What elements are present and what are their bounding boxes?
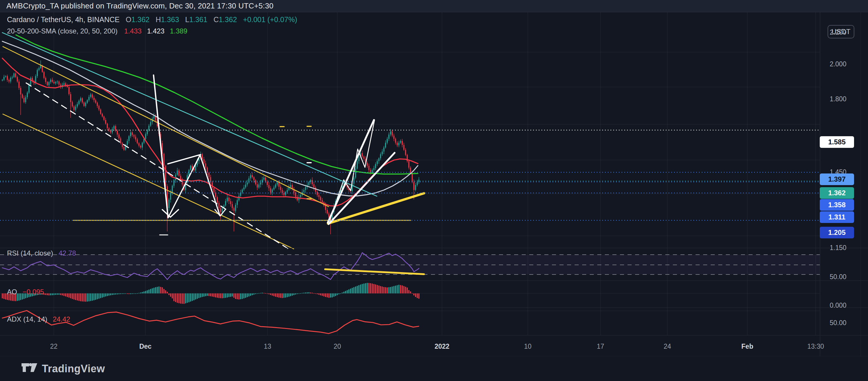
tradingview-logo-icon[interactable] bbox=[21, 361, 38, 376]
ao-legend[interactable]: AO −0.095 bbox=[7, 288, 44, 296]
symbol-title: Cardano / TetherUS, 4h, BINANCE bbox=[7, 16, 120, 24]
price-level-badge: 1.311 bbox=[820, 211, 854, 223]
time-axis-label: 13:30 bbox=[807, 343, 824, 350]
header-bar: AMBCrypto_TA published on TradingView.co… bbox=[0, 0, 868, 12]
symbol-legend[interactable]: Cardano / TetherUS, 4h, BINANCE O1.362 H… bbox=[7, 16, 297, 24]
time-axis-label: 22 bbox=[50, 343, 58, 350]
time-axis-label: 10 bbox=[524, 343, 532, 350]
rsi-legend[interactable]: RSI (14, close) 42.78 bbox=[7, 249, 76, 257]
adx-legend[interactable]: ADX (14, 14) 24.42 bbox=[7, 315, 70, 323]
price-axis-label: 2.000 bbox=[815, 60, 861, 68]
adx-value: 24.42 bbox=[53, 315, 70, 323]
price-axis-label: 1.800 bbox=[815, 95, 861, 103]
time-axis-label: 2022 bbox=[434, 343, 449, 350]
low-key: L bbox=[185, 16, 189, 24]
open-value: 1.362 bbox=[131, 16, 150, 24]
time-axis-label: Dec bbox=[139, 343, 152, 350]
sma20-value: 1.433 bbox=[124, 27, 142, 35]
change-value: +0.001 (+0.07%) bbox=[243, 16, 297, 24]
close-key: C bbox=[213, 16, 219, 24]
time-axis-label: Feb bbox=[742, 343, 753, 350]
sma200-value: 1.389 bbox=[170, 27, 187, 35]
price-level-badge: 1.205 bbox=[820, 227, 854, 238]
price-axis-label: 1.150 bbox=[815, 244, 861, 252]
price-axis-label: 50.00 bbox=[815, 319, 861, 327]
ao-label: AO bbox=[7, 288, 17, 296]
header-title: AMBCrypto_TA published on TradingView.co… bbox=[6, 1, 274, 10]
rsi-label: RSI (14, close) bbox=[7, 249, 53, 257]
tradingview-brand-text[interactable]: TradingView bbox=[42, 363, 105, 375]
low-value: 1.361 bbox=[189, 16, 208, 24]
time-axis-label: 13 bbox=[264, 343, 271, 350]
high-key: H bbox=[156, 16, 161, 24]
close-value: 1.362 bbox=[219, 16, 237, 24]
price-axis-label: 2.200 bbox=[815, 29, 861, 36]
sma-legend[interactable]: 20-50-200-SMA (close, 20, 50, 200) 1.433… bbox=[7, 27, 187, 35]
time-axis-label: 17 bbox=[597, 343, 604, 350]
tradingview-snapshot: AMBCrypto_TA published on TradingView.co… bbox=[0, 0, 868, 381]
price-axis-label: 50.00 bbox=[815, 273, 861, 281]
price-level-badge: 1.585 bbox=[820, 136, 854, 148]
chart-area[interactable]: Cardano / TetherUS, 4h, BINANCE O1.362 H… bbox=[0, 12, 868, 356]
price-level-badge: 1.362 bbox=[820, 187, 854, 199]
high-value: 1.363 bbox=[161, 16, 179, 24]
ao-value: −0.095 bbox=[22, 288, 44, 296]
rsi-value: 42.78 bbox=[58, 249, 76, 257]
footer-bar: TradingView bbox=[0, 356, 868, 381]
price-level-badge: 1.397 bbox=[820, 173, 854, 185]
open-key: O bbox=[126, 16, 131, 24]
sma50-value: 1.423 bbox=[147, 27, 164, 35]
chart-canvas[interactable] bbox=[0, 12, 868, 356]
sma-name: 20-50-200-SMA (close, 20, 50, 200) bbox=[7, 27, 118, 35]
time-axis-label: 24 bbox=[663, 343, 671, 350]
adx-label: ADX (14, 14) bbox=[7, 315, 48, 323]
price-level-badge: 1.358 bbox=[820, 199, 854, 211]
price-axis-label: 0.000 bbox=[815, 301, 861, 310]
time-axis-label: 20 bbox=[334, 343, 341, 350]
